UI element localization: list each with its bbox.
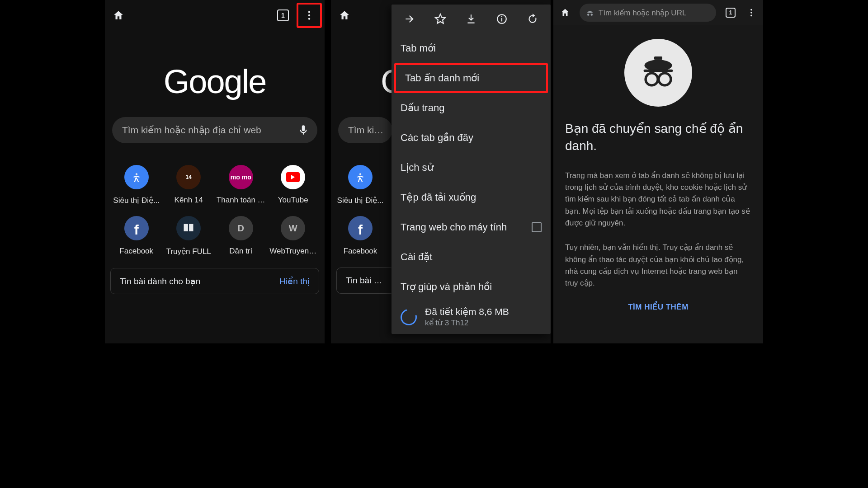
shortcut-item[interactable]: DDân trí [215, 216, 267, 256]
shortcut-icon: W [281, 216, 305, 240]
shortcut-item[interactable]: Siêu thị Điệ... [110, 165, 163, 205]
shortcut-label: Dân trí [229, 247, 252, 256]
url-placeholder: Tìm kiếm hoặc nhập URL [599, 8, 686, 18]
data-saver-icon [397, 306, 420, 328]
shortcut-label: Facebook [119, 247, 153, 256]
overflow-menu: Tab mớiTab ẩn danh mớiDấu trangCác tab g… [392, 5, 551, 334]
data-saver-line1: Đã tiết kiệm 8,6 MB [425, 306, 509, 317]
incognito-paragraph-1: Trang mà bạn xem ở tab ẩn danh sẽ không … [565, 170, 751, 230]
menu-item-label: Tab ẩn danh mới [405, 72, 479, 84]
shortcut-item[interactable]: Truyện FULL [163, 216, 215, 256]
tab-count-badge: 1 [277, 9, 289, 21]
menu-item[interactable]: Các tab gần đây [392, 123, 551, 153]
home-icon[interactable] [108, 5, 129, 26]
overflow-menu-button[interactable] [742, 4, 760, 22]
url-bar[interactable]: Tìm kiếm hoặc nhập URL [580, 4, 716, 22]
home-icon[interactable] [556, 4, 574, 22]
menu-item-label: Trợ giúp và phản hồi [401, 281, 492, 293]
menu-item[interactable]: Lịch sử [392, 153, 551, 183]
tab-switcher-button[interactable]: 1 [722, 4, 740, 22]
shortcut-label: Kênh 14 [175, 196, 203, 205]
svg-point-0 [308, 11, 310, 13]
menu-item[interactable]: Tab mới [392, 33, 551, 63]
info-icon[interactable] [491, 8, 513, 30]
forward-icon[interactable] [399, 8, 420, 30]
svg-point-11 [644, 60, 672, 71]
menu-item[interactable]: Trợ giúp và phản hồi [392, 272, 551, 302]
reload-icon[interactable] [522, 8, 543, 30]
shortcuts-grid: Siêu thị Điệ...fFacebook [331, 143, 390, 256]
shortcut-label: Siêu thị Điệ... [337, 196, 384, 205]
svg-point-4 [359, 173, 361, 175]
shortcut-label: Thanh toán … [217, 196, 265, 205]
mic-icon[interactable] [297, 124, 309, 136]
shortcut-item[interactable]: Siêu thị Điệ... [336, 165, 384, 205]
menu-item[interactable]: Trang web cho máy tính [392, 212, 551, 242]
svg-rect-13 [644, 70, 673, 72]
svg-point-2 [308, 18, 310, 19]
for-you-bar[interactable]: Tin bài dành cho bạn Hiển thị [110, 268, 319, 294]
tab-count-badge: 1 [726, 8, 736, 18]
menu-item[interactable]: Dấu trang [392, 93, 551, 123]
shortcut-label: Siêu thị Điệ... [113, 196, 160, 205]
shortcut-icon: mo mo [229, 165, 253, 189]
overflow-menu-button[interactable] [297, 3, 322, 28]
shortcut-icon [281, 165, 305, 189]
svg-rect-12 [654, 56, 662, 60]
svg-point-3 [136, 173, 137, 175]
shortcut-icon: f [124, 216, 149, 240]
shortcut-item[interactable]: YouTube [267, 165, 320, 205]
for-you-action[interactable]: Hiển thị [279, 276, 310, 286]
svg-point-14 [646, 73, 658, 85]
svg-point-15 [659, 73, 671, 85]
search-bar[interactable]: Tìm kiếm [338, 117, 392, 143]
shortcut-item[interactable]: fFacebook [110, 216, 163, 256]
chrome-home-screen: 1 Google Tìm kiếm hoặc nhập địa chỉ web … [105, 0, 325, 343]
tab-switcher-button[interactable]: 1 [272, 5, 294, 26]
home-icon[interactable] [334, 5, 355, 26]
data-saver-row[interactable]: Đã tiết kiệm 8,6 MB kể từ 3 Th12 [392, 302, 551, 329]
data-saver-line2: kể từ 3 Th12 [425, 318, 509, 328]
menu-item-label: Lịch sử [401, 162, 434, 174]
menu-item-label: Dấu trang [401, 102, 444, 114]
toolbar: Tìm kiếm hoặc nhập URL 1 [553, 0, 763, 25]
search-placeholder: Tìm kiếm [348, 125, 384, 136]
menu-item[interactable]: Tệp đã tải xuống [392, 183, 551, 212]
incognito-hat-icon [586, 9, 594, 17]
shortcut-icon: f [348, 216, 373, 240]
svg-point-10 [750, 15, 752, 17]
star-icon[interactable] [429, 8, 451, 30]
shortcut-icon: 14 [176, 165, 201, 189]
shortcut-label: WebTruyen… [269, 247, 316, 256]
for-you-label: Tin bài dành cho bạn [120, 276, 279, 286]
shortcut-icon: D [229, 216, 253, 240]
shortcut-icon [176, 216, 201, 240]
desktop-site-checkbox[interactable] [532, 222, 542, 232]
shortcuts-grid: Siêu thị Điệ...14Kênh 14mo moThanh toán … [105, 143, 325, 256]
shortcut-item[interactable]: mo moThanh toán … [215, 165, 267, 205]
search-placeholder: Tìm kiếm hoặc nhập địa chỉ web [122, 125, 297, 136]
learn-more-link[interactable]: TÌM HIỂU THÊM [565, 302, 751, 312]
search-bar[interactable]: Tìm kiếm hoặc nhập địa chỉ web [112, 117, 317, 143]
shortcut-item[interactable]: WWebTruyen… [267, 216, 320, 256]
svg-point-1 [308, 14, 310, 16]
svg-rect-6 [501, 18, 502, 22]
incognito-heading: Bạn đã chuyển sang chế độ ẩn danh. [565, 120, 751, 155]
menu-item[interactable]: Tab ẩn danh mới [394, 63, 548, 93]
shortcut-label: Facebook [344, 247, 377, 256]
shortcut-item[interactable]: fFacebook [336, 216, 384, 256]
menu-item-label: Cài đặt [401, 251, 432, 263]
menu-item-label: Tab mới [401, 42, 436, 54]
shortcut-item[interactable]: 14Kênh 14 [163, 165, 215, 205]
for-you-bar[interactable]: Tin bài dành [336, 267, 395, 294]
incognito-icon [624, 39, 692, 107]
toolbar: 1 [105, 0, 325, 31]
shortcut-icon [348, 165, 373, 189]
menu-icon-row [392, 5, 551, 33]
svg-point-8 [750, 9, 752, 11]
menu-item-label: Trang web cho máy tính [401, 221, 507, 233]
shortcut-label: YouTube [278, 196, 308, 205]
download-icon[interactable] [460, 8, 482, 30]
menu-item[interactable]: Cài đặt [392, 242, 551, 272]
chrome-overflow-menu-screen: G Tìm kiếm Siêu thị Điệ...fFacebook Tin … [331, 0, 551, 343]
